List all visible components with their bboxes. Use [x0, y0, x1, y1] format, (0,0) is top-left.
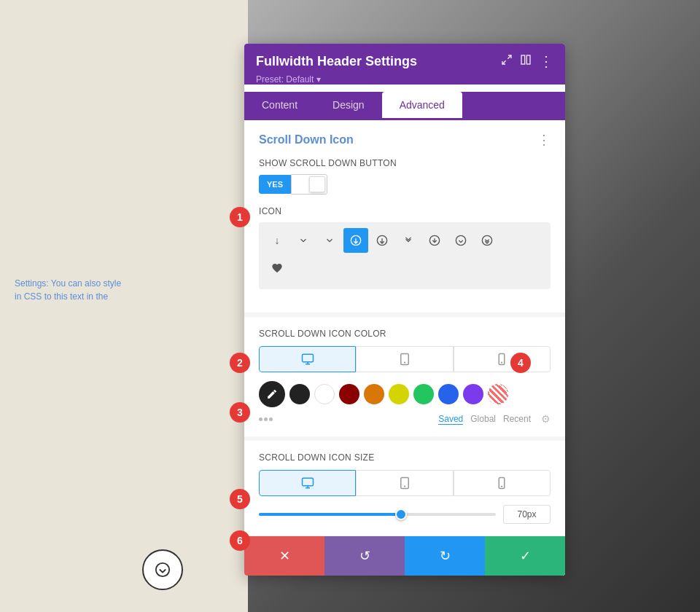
svg-line-1	[508, 55, 511, 59]
icon-item-circle-down[interactable]	[422, 228, 447, 253]
color-swatch-black[interactable]	[289, 384, 310, 404]
icon-label: Icon	[259, 206, 551, 216]
icon-grid: ↓	[259, 222, 551, 289]
color-swatch-yellow[interactable]	[389, 384, 409, 404]
scroll-down-icon-section: Scroll Down Icon ⋮ Show Scroll Down Butt…	[244, 120, 565, 313]
icon-item-smile-selected[interactable]	[343, 228, 368, 253]
slider-value-input[interactable]	[503, 505, 551, 524]
color-settings-gear-icon[interactable]: ⚙	[541, 413, 551, 425]
icon-item-arrow-down[interactable]: ↓	[265, 228, 289, 253]
icon-item-double-chevron[interactable]	[475, 228, 499, 253]
panel-footer: ✕ ↺ ↻ ✓	[244, 536, 565, 576]
tab-content[interactable]: Content	[244, 92, 315, 120]
color-palette	[259, 381, 551, 407]
step-badge-6: 6	[230, 530, 250, 551]
svg-point-11	[456, 235, 465, 245]
icon-item-chevron-down[interactable]	[291, 228, 316, 253]
color-swatch-dark-red[interactable]	[339, 384, 359, 404]
toggle-slider[interactable]	[291, 174, 327, 195]
panel-header-icons: ⋮	[501, 52, 553, 70]
toggle-container: YES	[259, 174, 551, 195]
save-button[interactable]: ✓	[485, 536, 565, 576]
size-device-tab-tablet[interactable]	[356, 470, 453, 496]
color-section: Scroll Down Icon Color	[244, 313, 565, 436]
icon-item-face[interactable]	[370, 228, 394, 253]
show-scroll-down-label: Show Scroll Down Button	[259, 158, 551, 168]
icon-item-arrow-circle[interactable]	[448, 228, 473, 253]
reset-button[interactable]: ↺	[324, 536, 405, 576]
step-badge-5: 5	[230, 489, 250, 509]
size-device-tab-desktop[interactable]	[259, 470, 356, 496]
show-scroll-down-field: Show Scroll Down Button YES	[259, 158, 551, 195]
svg-line-2	[502, 60, 506, 64]
slider-container	[259, 505, 551, 524]
color-tab-recent[interactable]: Recent	[503, 414, 531, 424]
color-device-tabs	[259, 346, 551, 372]
section-menu-icon[interactable]: ⋮	[537, 132, 551, 148]
color-swatch-custom[interactable]	[488, 384, 508, 404]
cancel-button[interactable]: ✕	[244, 536, 324, 576]
size-section: Scroll Down Icon Size	[244, 436, 565, 536]
device-tab-tablet[interactable]	[356, 346, 453, 372]
expand-icon[interactable]	[501, 54, 513, 68]
icon-item-heart[interactable]	[265, 256, 289, 280]
step-badge-1: 1	[230, 207, 250, 227]
sidebar-hint: Settings: You can also style in CSS to t…	[15, 277, 121, 303]
step-badge-3: 3	[230, 402, 250, 423]
panel-title: Fullwidth Header Settings	[256, 54, 417, 69]
settings-panel: Fullwidth Header Settings ⋮ Preset: Defa…	[244, 44, 565, 576]
slider-track[interactable]	[259, 513, 496, 516]
slider-fill	[259, 513, 401, 516]
icon-item-chevron-down-2[interactable]	[317, 228, 342, 253]
slider-thumb[interactable]	[395, 509, 407, 520]
section-title: Scroll Down Icon	[259, 133, 354, 146]
scroll-down-circle-button[interactable]	[142, 549, 183, 590]
step-badge-4: 4	[510, 353, 531, 373]
step-badge-2: 2	[230, 353, 250, 373]
columns-icon[interactable]	[520, 54, 532, 68]
color-swatch-blue[interactable]	[438, 384, 459, 404]
panel-header: Fullwidth Header Settings ⋮ Preset: Defa…	[244, 44, 565, 85]
color-swatch-orange[interactable]	[364, 384, 384, 404]
color-picker-button[interactable]	[259, 381, 285, 407]
color-section-title: Scroll Down Icon Color	[259, 329, 551, 339]
svg-rect-13	[302, 354, 313, 362]
device-tab-desktop[interactable]	[259, 346, 356, 372]
color-tab-global[interactable]: Global	[470, 414, 496, 424]
toggle-yes-label[interactable]: YES	[259, 175, 291, 194]
icon-field: Icon ↓	[259, 206, 551, 289]
icon-row-2	[265, 256, 545, 280]
svg-rect-20	[302, 478, 313, 486]
size-section-title: Scroll Down Icon Size	[259, 452, 551, 463]
icon-row-1: ↓	[265, 228, 545, 253]
panel-header-top: Fullwidth Header Settings ⋮	[256, 52, 553, 70]
device-tab-mobile[interactable]	[454, 346, 551, 372]
tab-advanced[interactable]: Advanced	[382, 92, 462, 120]
tab-design[interactable]: Design	[315, 92, 382, 120]
panel-preset[interactable]: Preset: Default ▾	[256, 74, 553, 85]
svg-rect-3	[521, 55, 525, 64]
svg-rect-4	[526, 55, 530, 64]
icon-item-chevron-down-3[interactable]	[396, 228, 421, 253]
size-device-tabs	[259, 470, 551, 496]
color-swatch-white[interactable]	[314, 384, 335, 404]
panel-tabs: Content Design Advanced	[244, 92, 565, 120]
more-options-icon[interactable]: ⋮	[539, 52, 553, 70]
color-swatch-green[interactable]	[413, 384, 434, 404]
redo-button[interactable]: ↻	[405, 536, 485, 576]
svg-point-0	[156, 563, 169, 576]
color-tabs-row: Saved Global Recent ⚙	[259, 413, 551, 425]
size-device-tab-mobile[interactable]	[454, 470, 551, 496]
color-swatch-purple[interactable]	[463, 384, 483, 404]
toggle-thumb	[309, 176, 325, 192]
color-more-dots	[259, 417, 273, 421]
section-header: Scroll Down Icon ⋮	[259, 132, 551, 148]
panel-body: Scroll Down Icon ⋮ Show Scroll Down Butt…	[244, 120, 565, 536]
color-tab-saved[interactable]: Saved	[438, 414, 463, 425]
